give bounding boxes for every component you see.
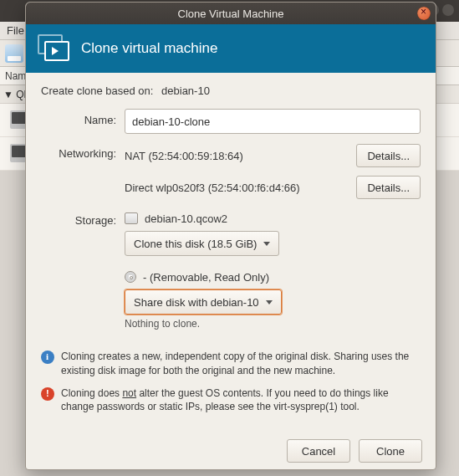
dialog-header-text: Clone virtual machine xyxy=(81,40,217,57)
network-2-details-button[interactable]: Details... xyxy=(356,176,421,199)
clone-header-icon xyxy=(38,34,71,63)
disk-2-name: - (Removable, Read Only) xyxy=(143,271,269,284)
based-on-label: Create clone based on: xyxy=(41,84,153,97)
nothing-to-clone-text: Nothing to clone. xyxy=(125,318,421,330)
clone-dialog: Clone Virtual Machine Clone virtual mach… xyxy=(25,2,436,470)
info-text-sharing: Cloning creates a new, independent copy … xyxy=(61,350,421,378)
disk-1-name: debian-10.qcow2 xyxy=(145,212,227,225)
disk-1-action-label: Clone this disk (18.5 GiB) xyxy=(134,238,257,250)
networking-label: Networking: xyxy=(41,142,125,160)
disk-2-action-label: Share disk with debian-10 xyxy=(134,296,259,309)
chevron-down-icon xyxy=(263,242,270,246)
network-1-text: NAT (52:54:00:59:18:64) xyxy=(125,150,348,162)
clone-button[interactable]: Clone xyxy=(359,439,422,463)
dialog-titlebar[interactable]: Clone Virtual Machine xyxy=(26,3,436,24)
info-icon xyxy=(41,351,54,364)
disk-icon xyxy=(125,212,138,224)
clone-name-input[interactable] xyxy=(125,109,421,134)
cancel-button[interactable]: Cancel xyxy=(287,439,350,463)
new-vm-icon[interactable] xyxy=(5,44,23,63)
info-text-sysprep: Cloning does not alter the guest OS cont… xyxy=(61,386,421,415)
network-2-text: Direct wlp0s20f3 (52:54:00:f6:d4:66) xyxy=(125,182,348,194)
warning-icon xyxy=(41,387,54,401)
cdrom-icon xyxy=(125,271,136,283)
name-label: Name: xyxy=(41,109,125,126)
dialog-header: Clone virtual machine xyxy=(26,24,436,73)
close-icon[interactable] xyxy=(417,7,431,20)
chevron-down-icon xyxy=(266,300,273,305)
disk-1-action-combo[interactable]: Clone this disk (18.5 GiB) xyxy=(125,231,279,256)
network-1-details-button[interactable]: Details... xyxy=(356,144,421,167)
based-on-line: Create clone based on: debian-10 xyxy=(41,84,421,97)
disk-2-action-combo[interactable]: Share disk with debian-10 xyxy=(125,289,282,315)
based-on-value: debian-10 xyxy=(161,84,210,97)
menu-file[interactable]: File xyxy=(7,24,24,37)
bg-close-icon xyxy=(442,4,454,16)
dialog-title-text: Clone Virtual Machine xyxy=(178,8,284,20)
storage-label: Storage: xyxy=(41,209,125,227)
